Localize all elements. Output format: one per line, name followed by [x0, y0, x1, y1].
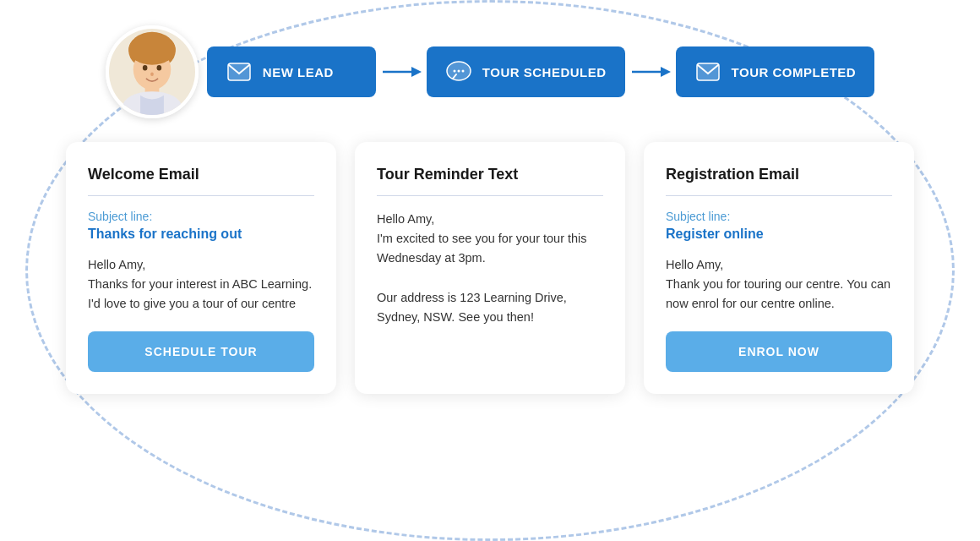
avatar	[106, 25, 199, 118]
svg-point-4	[143, 65, 148, 70]
card-tour-reminder: Tour Reminder Text Hello Amy,I'm excited…	[355, 142, 625, 394]
card-1-subject-value: Thanks for reaching out	[88, 227, 314, 242]
email-icon-1	[226, 58, 253, 85]
svg-marker-11	[411, 67, 422, 77]
card-3-body: Hello Amy,Thank you for touring our cent…	[666, 255, 892, 314]
card-2-title: Tour Reminder Text	[377, 166, 603, 183]
card-1-divider	[88, 195, 314, 196]
stage-tour-scheduled-label: TOUR SCHEDULED	[482, 65, 607, 79]
stage-new-lead: NEW LEAD	[207, 46, 376, 97]
card-1-title: Welcome Email	[88, 166, 314, 183]
card-1-subject-label: Subject line:	[88, 210, 314, 223]
flow-row: NEW LEAD TOUR SCHEDULED	[106, 25, 874, 118]
stage-new-lead-label: NEW LEAD	[263, 65, 334, 79]
svg-point-13	[453, 70, 455, 73]
stage-tour-scheduled: TOUR SCHEDULED	[427, 46, 625, 97]
svg-point-14	[457, 70, 460, 73]
card-registration-email: Registration Email Subject line: Registe…	[644, 142, 914, 394]
svg-marker-17	[661, 67, 671, 77]
card-3-divider	[666, 195, 892, 196]
card-3-subject-value: Register online	[666, 227, 892, 242]
stage-tour-completed-label: TOUR COMPLETED	[732, 65, 857, 79]
schedule-tour-button[interactable]: SCHEDULE TOUR	[88, 331, 314, 372]
chat-icon	[445, 58, 472, 85]
card-welcome-email: Welcome Email Subject line: Thanks for r…	[66, 142, 336, 394]
email-icon-3	[694, 58, 721, 85]
stage-tour-completed: TOUR COMPLETED	[676, 46, 875, 97]
main-container: NEW LEAD TOUR SCHEDULED	[0, 0, 980, 541]
svg-point-5	[156, 65, 161, 70]
card-3-subject-label: Subject line:	[666, 210, 892, 223]
enrol-now-button[interactable]: ENROL NOW	[666, 331, 892, 372]
svg-point-15	[461, 70, 464, 73]
card-2-body: Hello Amy,I'm excited to see you for you…	[377, 210, 603, 355]
card-1-body: Hello Amy,Thanks for your interest in AB…	[88, 255, 314, 314]
svg-point-3	[128, 34, 176, 65]
arrow-1	[381, 63, 422, 80]
svg-rect-18	[697, 63, 719, 80]
svg-rect-9	[228, 63, 250, 80]
card-2-divider	[377, 195, 603, 196]
card-3-title: Registration Email	[666, 166, 892, 183]
svg-point-6	[150, 72, 154, 76]
cards-row: Welcome Email Subject line: Thanks for r…	[66, 142, 914, 394]
arrow-2	[630, 63, 671, 80]
